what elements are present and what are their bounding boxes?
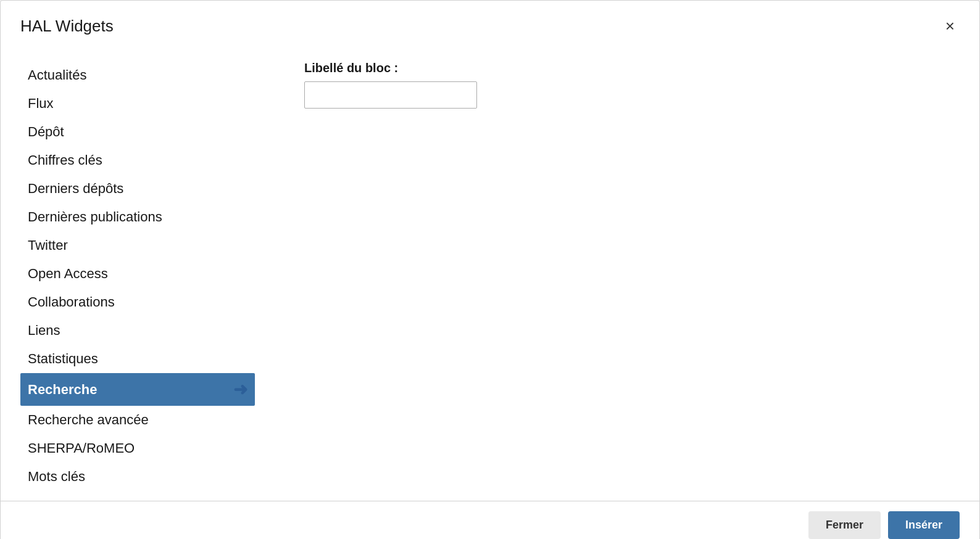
sidebar-item-label-sherpa-romeo: SHERPA/RoMEO [28, 440, 135, 456]
sidebar-item-twitter[interactable]: Twitter [20, 231, 255, 260]
content-area: Libellé du bloc : [255, 61, 960, 491]
sidebar-item-chiffres-cles[interactable]: Chiffres clés [20, 146, 255, 175]
sidebar-item-flux[interactable]: Flux [20, 89, 255, 118]
sidebar-item-label-liens: Liens [28, 323, 60, 339]
sidebar: ActualitésFluxDépôtChiffres clésDerniers… [20, 61, 255, 491]
sidebar-item-label-statistiques: Statistiques [28, 351, 98, 367]
sidebar-item-depot[interactable]: Dépôt [20, 118, 255, 146]
sidebar-item-label-actualites: Actualités [28, 67, 86, 83]
sidebar-item-label-flux: Flux [28, 96, 54, 112]
sidebar-item-label-dernieres-publications: Dernières publications [28, 209, 162, 225]
sidebar-item-derniers-depots[interactable]: Derniers dépôts [20, 175, 255, 203]
sidebar-item-collaborations[interactable]: Collaborations [20, 288, 255, 316]
sidebar-item-statistiques[interactable]: Statistiques [20, 345, 255, 373]
sidebar-item-label-collaborations: Collaborations [28, 294, 115, 310]
sidebar-item-actualites[interactable]: Actualités [20, 61, 255, 89]
sidebar-item-open-access[interactable]: Open Access [20, 260, 255, 288]
sidebar-item-sherpa-romeo[interactable]: SHERPA/RoMEO [20, 434, 255, 463]
sidebar-item-label-mots-cles: Mots clés [28, 469, 85, 485]
sidebar-item-label-recherche: Recherche [28, 382, 98, 398]
sidebar-item-recherche-avancee[interactable]: Recherche avancée [20, 406, 255, 434]
sidebar-item-label-chiffres-cles: Chiffres clés [28, 152, 102, 168]
dialog-body: ActualitésFluxDépôtChiffres clésDerniers… [1, 46, 979, 501]
dialog-footer: Fermer Insérer [1, 501, 979, 539]
dialog-title: HAL Widgets [20, 17, 114, 36]
fermer-button[interactable]: Fermer [808, 511, 881, 539]
sidebar-item-liens[interactable]: Liens [20, 316, 255, 345]
inserer-button[interactable]: Insérer [888, 511, 960, 539]
sidebar-item-dernieres-publications[interactable]: Dernières publications [20, 203, 255, 231]
sidebar-item-recherche[interactable]: Recherche➜ [20, 373, 255, 406]
libelle-label: Libellé du bloc : [304, 61, 960, 75]
sidebar-item-label-depot: Dépôt [28, 124, 64, 140]
sidebar-item-label-recherche-avancee: Recherche avancée [28, 412, 149, 428]
sidebar-item-label-open-access: Open Access [28, 266, 108, 282]
libelle-input[interactable] [304, 81, 477, 109]
hal-widgets-dialog: HAL Widgets × ActualitésFluxDépôtChiffre… [0, 0, 980, 539]
sidebar-item-mots-cles[interactable]: Mots clés [20, 463, 255, 491]
sidebar-item-label-twitter: Twitter [28, 237, 68, 253]
dialog-header: HAL Widgets × [1, 1, 979, 46]
dialog-close-button[interactable]: × [941, 15, 960, 36]
arrow-icon: ➜ [233, 379, 247, 400]
sidebar-item-label-derniers-depots: Derniers dépôts [28, 181, 123, 197]
